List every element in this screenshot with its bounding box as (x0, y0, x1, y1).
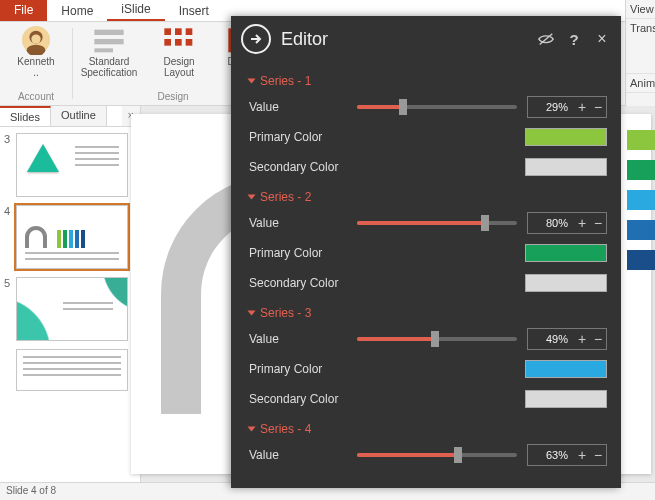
secondary-color-swatch[interactable] (525, 158, 607, 176)
value-box: 80%+− (527, 212, 607, 234)
increment-button[interactable]: + (574, 329, 590, 349)
svg-rect-8 (175, 28, 182, 35)
chevron-down-icon (248, 79, 256, 84)
svg-rect-6 (94, 48, 113, 52)
increment-button[interactable]: + (574, 213, 590, 233)
chevron-down-icon (248, 311, 256, 316)
svg-rect-10 (164, 39, 171, 46)
tab-transitions[interactable]: Transit (626, 19, 655, 74)
pane-tab-outline[interactable]: Outline (51, 106, 107, 126)
value-slider[interactable] (357, 213, 517, 233)
spec-label: Standard Specification (81, 56, 138, 78)
decrement-button[interactable]: − (590, 329, 606, 349)
secondary-color-swatch[interactable] (525, 390, 607, 408)
arrow-right-icon (248, 31, 264, 47)
value-text[interactable]: 49% (528, 333, 574, 345)
primary-color-row: Primary Color (249, 354, 607, 384)
increment-button[interactable]: + (574, 445, 590, 465)
chevron-down-icon (248, 195, 256, 200)
tab-view[interactable]: View (626, 0, 655, 19)
thumb-number: 3 (4, 133, 12, 197)
color-chip (627, 130, 655, 150)
slide-counter: Slide 4 of 8 (6, 485, 56, 496)
layout-label: Design Layout (163, 56, 194, 78)
color-chips-column (627, 130, 655, 270)
tab-home[interactable]: Home (47, 1, 107, 21)
value-row: Value80%+− (249, 208, 607, 238)
decrement-button[interactable]: − (590, 213, 606, 233)
value-row: Value29%+− (249, 92, 607, 122)
pane-tabs: Slides Outline × (0, 106, 140, 127)
tab-islide[interactable]: iSlide (107, 0, 164, 21)
color-chip (627, 250, 655, 270)
value-label: Value (249, 332, 357, 346)
slide-thumbnail-4[interactable] (16, 205, 128, 269)
svg-rect-5 (94, 39, 123, 44)
value-slider[interactable] (357, 97, 517, 117)
tab-animations[interactable]: Anim (626, 74, 655, 93)
decrement-button[interactable]: − (590, 445, 606, 465)
series-header[interactable]: Series - 4 (249, 414, 607, 440)
svg-point-3 (31, 34, 40, 43)
design-group-label: Design (157, 91, 188, 104)
pane-tab-slides[interactable]: Slides (0, 106, 51, 126)
decrement-button[interactable]: − (590, 97, 606, 117)
series-header[interactable]: Series - 3 (249, 298, 607, 324)
value-box: 63%+− (527, 444, 607, 466)
value-label: Value (249, 448, 357, 462)
value-label: Value (249, 100, 357, 114)
panel-title: Editor (281, 29, 328, 50)
series-label: Series - 3 (260, 306, 311, 320)
account-group: Kenneth .. Account (0, 22, 72, 105)
primary-color-label: Primary Color (249, 130, 357, 144)
visibility-off-icon[interactable] (537, 30, 555, 48)
series-label: Series - 1 (260, 74, 311, 88)
back-button[interactable] (241, 24, 271, 54)
value-text[interactable]: 63% (528, 449, 574, 461)
thumb-row[interactable]: 5 (4, 277, 134, 341)
primary-color-label: Primary Color (249, 246, 357, 260)
slide-thumbnail-6[interactable] (16, 349, 128, 391)
primary-color-swatch[interactable] (525, 360, 607, 378)
color-chip (627, 190, 655, 210)
close-icon[interactable]: × (593, 30, 611, 48)
thumbnails[interactable]: 3 4 5 (0, 127, 140, 500)
value-text[interactable]: 80% (528, 217, 574, 229)
secondary-color-swatch[interactable] (525, 274, 607, 292)
thumb-number: 4 (4, 205, 12, 269)
tab-insert[interactable]: Insert (165, 1, 223, 21)
account-group-label: Account (18, 91, 54, 104)
increment-button[interactable]: + (574, 97, 590, 117)
panel-body[interactable]: Series - 1Value29%+−Primary ColorSeconda… (231, 62, 621, 488)
secondary-color-label: Secondary Color (249, 160, 357, 174)
editor-panel: Editor ? × Series - 1Value29%+−Primary C… (231, 16, 621, 488)
layout-icon (163, 26, 195, 54)
series-header[interactable]: Series - 2 (249, 182, 607, 208)
thumb-number: 5 (4, 277, 12, 341)
thumb-row[interactable]: 3 (4, 133, 134, 197)
value-label: Value (249, 216, 357, 230)
panel-header: Editor ? × (231, 16, 621, 62)
thumb-row[interactable] (4, 349, 134, 391)
value-text[interactable]: 29% (528, 101, 574, 113)
svg-rect-7 (164, 28, 171, 35)
standard-specification-button[interactable]: Standard Specification (79, 26, 139, 82)
account-user-button[interactable]: Kenneth .. (6, 26, 66, 78)
primary-color-swatch[interactable] (525, 128, 607, 146)
right-ribbon-remnant: View Transit Anim (625, 0, 655, 106)
file-tab[interactable]: File (0, 0, 47, 21)
value-slider[interactable] (357, 445, 517, 465)
series-label: Series - 4 (260, 422, 311, 436)
value-box: 29%+− (527, 96, 607, 118)
value-box: 49%+− (527, 328, 607, 350)
primary-color-swatch[interactable] (525, 244, 607, 262)
secondary-color-label: Secondary Color (249, 276, 357, 290)
help-icon[interactable]: ? (565, 30, 583, 48)
series-header[interactable]: Series - 1 (249, 66, 607, 92)
slide-thumbnail-3[interactable] (16, 133, 128, 197)
value-slider[interactable] (357, 329, 517, 349)
thumb-row[interactable]: 4 (4, 205, 134, 269)
design-layout-button[interactable]: Design Layout (149, 26, 209, 82)
thumb-number (4, 349, 12, 391)
slide-thumbnail-5[interactable] (16, 277, 128, 341)
